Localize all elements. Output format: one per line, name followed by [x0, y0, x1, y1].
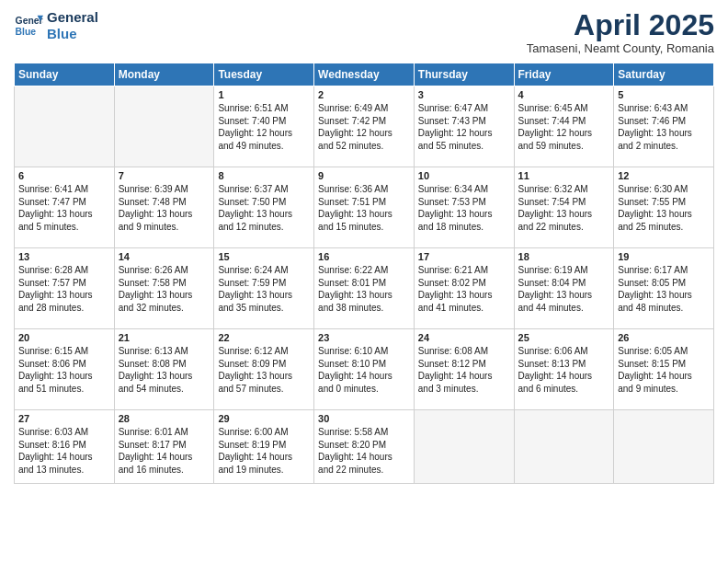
calendar-cell: 8Sunrise: 6:37 AMSunset: 7:50 PMDaylight…: [214, 167, 314, 248]
weekday-header: Saturday: [614, 63, 714, 86]
weekday-header: Friday: [514, 63, 614, 86]
calendar-cell: 14Sunrise: 6:26 AMSunset: 7:58 PMDayligh…: [114, 248, 214, 329]
calendar-table: SundayMondayTuesdayWednesdayThursdayFrid…: [14, 63, 714, 484]
calendar-cell: 26Sunrise: 6:05 AMSunset: 8:15 PMDayligh…: [614, 329, 714, 410]
day-number: 28: [119, 413, 210, 424]
day-number: 10: [418, 170, 510, 181]
day-detail: Sunrise: 6:36 AMSunset: 7:51 PMDaylight:…: [318, 183, 410, 233]
day-number: 29: [218, 413, 310, 424]
day-number: 3: [418, 89, 510, 100]
calendar-cell: 23Sunrise: 6:10 AMSunset: 8:10 PMDayligh…: [314, 329, 415, 410]
day-detail: Sunrise: 6:15 AMSunset: 8:06 PMDaylight:…: [18, 345, 110, 395]
subtitle: Tamaseni, Neamt County, Romania: [527, 41, 714, 55]
day-number: 23: [318, 332, 410, 343]
calendar-cell: 1Sunrise: 6:51 AMSunset: 7:40 PMDaylight…: [214, 86, 314, 167]
calendar-cell: [514, 410, 614, 484]
month-title: April 2025: [527, 9, 714, 41]
day-number: 12: [618, 170, 710, 181]
day-detail: Sunrise: 6:47 AMSunset: 7:43 PMDaylight:…: [418, 102, 510, 152]
calendar-cell: 18Sunrise: 6:19 AMSunset: 8:04 PMDayligh…: [514, 248, 614, 329]
calendar-cell: 28Sunrise: 6:01 AMSunset: 8:17 PMDayligh…: [114, 410, 214, 484]
calendar-cell: 9Sunrise: 6:36 AMSunset: 7:51 PMDaylight…: [314, 167, 415, 248]
day-detail: Sunrise: 6:37 AMSunset: 7:50 PMDaylight:…: [218, 183, 310, 233]
calendar-cell: [114, 86, 214, 167]
day-number: 26: [618, 332, 710, 343]
calendar-cell: 15Sunrise: 6:24 AMSunset: 7:59 PMDayligh…: [214, 248, 314, 329]
calendar-cell: 25Sunrise: 6:06 AMSunset: 8:13 PMDayligh…: [514, 329, 614, 410]
day-detail: Sunrise: 6:10 AMSunset: 8:10 PMDaylight:…: [318, 345, 410, 395]
calendar-cell: 19Sunrise: 6:17 AMSunset: 8:05 PMDayligh…: [614, 248, 714, 329]
day-number: 1: [218, 89, 310, 100]
day-detail: Sunrise: 6:03 AMSunset: 8:16 PMDaylight:…: [18, 426, 110, 476]
day-number: 15: [218, 251, 310, 262]
weekday-header: Sunday: [15, 63, 115, 86]
calendar-cell: 3Sunrise: 6:47 AMSunset: 7:43 PMDaylight…: [414, 86, 514, 167]
day-number: 5: [618, 89, 710, 100]
calendar-cell: 24Sunrise: 6:08 AMSunset: 8:12 PMDayligh…: [414, 329, 514, 410]
day-number: 11: [518, 170, 610, 181]
day-detail: Sunrise: 6:30 AMSunset: 7:55 PMDaylight:…: [618, 183, 710, 233]
weekday-header: Wednesday: [314, 63, 415, 86]
day-detail: Sunrise: 6:01 AMSunset: 8:17 PMDaylight:…: [119, 426, 210, 476]
calendar-cell: 12Sunrise: 6:30 AMSunset: 7:55 PMDayligh…: [614, 167, 714, 248]
logo: General Blue General Blue: [14, 9, 98, 42]
day-number: 24: [418, 332, 510, 343]
calendar-cell: 17Sunrise: 6:21 AMSunset: 8:02 PMDayligh…: [414, 248, 514, 329]
day-number: 2: [318, 89, 410, 100]
day-number: 22: [218, 332, 310, 343]
day-detail: Sunrise: 6:06 AMSunset: 8:13 PMDaylight:…: [518, 345, 610, 395]
day-detail: Sunrise: 6:34 AMSunset: 7:53 PMDaylight:…: [418, 183, 510, 233]
calendar-cell: 16Sunrise: 6:22 AMSunset: 8:01 PMDayligh…: [314, 248, 415, 329]
day-detail: Sunrise: 6:08 AMSunset: 8:12 PMDaylight:…: [418, 345, 510, 395]
day-detail: Sunrise: 6:17 AMSunset: 8:05 PMDaylight:…: [618, 264, 710, 314]
day-detail: Sunrise: 6:12 AMSunset: 8:09 PMDaylight:…: [218, 345, 310, 395]
calendar-cell: [414, 410, 514, 484]
day-number: 9: [318, 170, 410, 181]
calendar-cell: 21Sunrise: 6:13 AMSunset: 8:08 PMDayligh…: [114, 329, 214, 410]
day-number: 8: [218, 170, 310, 181]
day-number: 19: [618, 251, 710, 262]
header: General Blue General Blue April 2025 Tam…: [14, 9, 714, 55]
weekday-header: Tuesday: [214, 63, 314, 86]
logo-general: General: [47, 9, 98, 26]
day-number: 27: [18, 413, 110, 424]
day-detail: Sunrise: 6:32 AMSunset: 7:54 PMDaylight:…: [518, 183, 610, 233]
calendar-cell: 22Sunrise: 6:12 AMSunset: 8:09 PMDayligh…: [214, 329, 314, 410]
day-number: 30: [318, 413, 410, 424]
calendar-cell: 29Sunrise: 6:00 AMSunset: 8:19 PMDayligh…: [214, 410, 314, 484]
calendar-cell: 7Sunrise: 6:39 AMSunset: 7:48 PMDaylight…: [114, 167, 214, 248]
svg-text:Blue: Blue: [16, 27, 37, 37]
calendar-cell: 30Sunrise: 5:58 AMSunset: 8:20 PMDayligh…: [314, 410, 415, 484]
day-detail: Sunrise: 6:45 AMSunset: 7:44 PMDaylight:…: [518, 102, 610, 152]
day-detail: Sunrise: 6:19 AMSunset: 8:04 PMDaylight:…: [518, 264, 610, 314]
calendar-cell: 2Sunrise: 6:49 AMSunset: 7:42 PMDaylight…: [314, 86, 415, 167]
title-block: April 2025 Tamaseni, Neamt County, Roman…: [527, 9, 714, 55]
day-detail: Sunrise: 6:28 AMSunset: 7:57 PMDaylight:…: [18, 264, 110, 314]
calendar-cell: 13Sunrise: 6:28 AMSunset: 7:57 PMDayligh…: [15, 248, 115, 329]
day-detail: Sunrise: 6:21 AMSunset: 8:02 PMDaylight:…: [418, 264, 510, 314]
day-number: 21: [119, 332, 210, 343]
day-number: 17: [418, 251, 510, 262]
page: General Blue General Blue April 2025 Tam…: [0, 0, 728, 563]
day-detail: Sunrise: 6:13 AMSunset: 8:08 PMDaylight:…: [119, 345, 210, 395]
day-detail: Sunrise: 6:51 AMSunset: 7:40 PMDaylight:…: [218, 102, 310, 152]
weekday-header: Thursday: [414, 63, 514, 86]
day-detail: Sunrise: 6:22 AMSunset: 8:01 PMDaylight:…: [318, 264, 410, 314]
day-number: 13: [18, 251, 110, 262]
day-number: 25: [518, 332, 610, 343]
day-detail: Sunrise: 6:43 AMSunset: 7:46 PMDaylight:…: [618, 102, 710, 152]
day-number: 4: [518, 89, 610, 100]
day-number: 18: [518, 251, 610, 262]
day-number: 20: [18, 332, 110, 343]
calendar-cell: 11Sunrise: 6:32 AMSunset: 7:54 PMDayligh…: [514, 167, 614, 248]
calendar-cell: 5Sunrise: 6:43 AMSunset: 7:46 PMDaylight…: [614, 86, 714, 167]
day-number: 6: [18, 170, 110, 181]
day-detail: Sunrise: 6:26 AMSunset: 7:58 PMDaylight:…: [119, 264, 210, 314]
day-detail: Sunrise: 5:58 AMSunset: 8:20 PMDaylight:…: [318, 426, 410, 476]
day-number: 7: [119, 170, 210, 181]
logo-icon: General Blue: [14, 11, 43, 40]
day-detail: Sunrise: 6:24 AMSunset: 7:59 PMDaylight:…: [218, 264, 310, 314]
weekday-header: Monday: [114, 63, 214, 86]
day-number: 14: [119, 251, 210, 262]
calendar-cell: 20Sunrise: 6:15 AMSunset: 8:06 PMDayligh…: [15, 329, 115, 410]
